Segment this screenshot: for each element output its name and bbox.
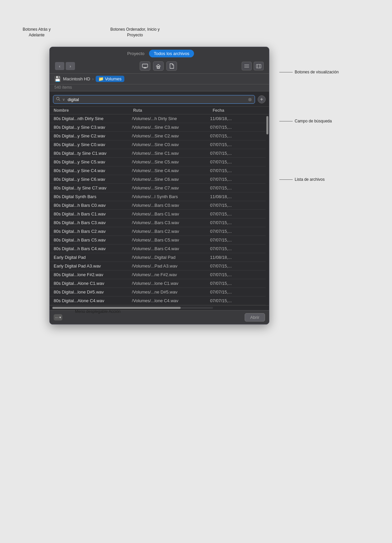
table-row[interactable]: 80s Digital...Alone C4.wav /Volumes/...l… bbox=[50, 297, 266, 305]
list-view-icon bbox=[244, 64, 249, 68]
project-button[interactable] bbox=[166, 61, 177, 71]
file-name: 80s Digital...y Sine C2.wav bbox=[54, 133, 132, 138]
action-menu-button[interactable]: ··· ▾ bbox=[54, 314, 62, 321]
table-row[interactable]: 80s Digital...h Bars C5.wav /Volumes/...… bbox=[50, 236, 266, 244]
file-date: 07/07/15,... bbox=[210, 125, 257, 130]
file-date: 07/07/15,... bbox=[210, 298, 257, 303]
file-path: /Volumes/...lone C4.wav bbox=[132, 298, 210, 303]
file-name: Early Digital Pad bbox=[54, 255, 132, 260]
breadcrumb: 💾 Macintosh HD › 📁 Volumes bbox=[50, 74, 269, 84]
search-clear-button[interactable]: ⊗ bbox=[248, 97, 252, 102]
scrollbar-thumb[interactable] bbox=[266, 116, 268, 134]
header-path: Ruta bbox=[133, 108, 212, 113]
location-buttons bbox=[140, 61, 177, 71]
file-path: /Volumes/...lone C1.wav bbox=[132, 281, 210, 286]
breadcrumb-folder[interactable]: 📁 Volumes bbox=[96, 76, 124, 82]
file-name: 80s Digital...y Sine C4.wav bbox=[54, 168, 132, 173]
back-button[interactable]: ‹ bbox=[55, 62, 64, 70]
horizontal-scrollbar-thumb[interactable] bbox=[52, 307, 181, 309]
svg-rect-3 bbox=[157, 66, 160, 68]
table-row[interactable]: 80s Digital...ty Sine C1.wav /Volumes/..… bbox=[50, 149, 266, 158]
table-row[interactable]: 80s Digital...nth Dirty Sine /Volumes/..… bbox=[50, 114, 266, 123]
tab-all-files[interactable]: Todos los archivos bbox=[149, 50, 194, 57]
file-date: 11/08/18,... bbox=[210, 194, 257, 199]
scrollbar-track[interactable] bbox=[266, 114, 269, 305]
table-row[interactable]: 80s Digital...ty Sine C7.wav /Volumes/..… bbox=[50, 184, 266, 192]
file-name: 80s Digital...h Bars C5.wav bbox=[54, 237, 132, 242]
search-area: ∨ ⊗ + bbox=[50, 92, 269, 107]
file-path: /Volumes/...Bars C0.wav bbox=[132, 203, 210, 208]
annotation-computer-home-project: Botones Ordenador, Inicio y Proyecto bbox=[108, 27, 162, 38]
table-row[interactable]: Early Digital Pad /Volumes/...Digital Pa… bbox=[50, 253, 266, 262]
search-add-button[interactable]: + bbox=[258, 95, 266, 103]
main-window: Proyecto Todos los archivos ‹ › bbox=[49, 47, 269, 325]
file-list: 80s Digital...nth Dirty Sine /Volumes/..… bbox=[50, 114, 266, 305]
file-name: 80s Digital...h Bars C4.wav bbox=[54, 246, 132, 251]
file-name: 80s Digital...lone D#5.wav bbox=[54, 290, 132, 295]
svg-rect-0 bbox=[142, 64, 148, 67]
table-row[interactable]: 80s Digital...lone D#5.wav /Volumes/...n… bbox=[50, 288, 266, 297]
computer-icon bbox=[142, 64, 148, 69]
table-row[interactable]: 80s Digital...h Bars C2.wav /Volumes/...… bbox=[50, 227, 266, 236]
file-name: 80s Digital...h Bars C2.wav bbox=[54, 229, 132, 234]
table-row[interactable]: 80s Digital...h Bars C0.wav /Volumes/...… bbox=[50, 201, 266, 210]
file-date: 07/07/15,... bbox=[210, 220, 257, 225]
file-name: 80s Digital...y Sine C3.wav bbox=[54, 125, 132, 130]
file-path: /Volumes/...Bars C3.wav bbox=[132, 220, 210, 225]
file-date: 07/07/15,... bbox=[210, 177, 257, 182]
table-row[interactable]: 80s Digital...h Bars C3.wav /Volumes/...… bbox=[50, 218, 266, 227]
file-name: 80s Digital...h Bars C1.wav bbox=[54, 211, 132, 216]
file-name: 80s Digital...ty Sine C7.wav bbox=[54, 185, 132, 190]
column-view-icon bbox=[256, 64, 261, 68]
computer-button[interactable] bbox=[140, 61, 150, 71]
file-date: 07/07/15,... bbox=[210, 151, 257, 156]
file-date: 07/07/15,... bbox=[210, 272, 257, 277]
file-name: 80s Digital...lone F#2.wav bbox=[54, 272, 132, 277]
search-input[interactable] bbox=[68, 97, 246, 102]
tab-project[interactable]: Proyecto bbox=[125, 50, 147, 57]
table-row[interactable]: Early Digital Pad A3.wav /Volumes/...Pad… bbox=[50, 262, 266, 270]
view-buttons bbox=[242, 62, 264, 70]
home-button[interactable] bbox=[153, 61, 164, 71]
table-row[interactable]: 80s Digital...y Sine C4.wav /Volumes/...… bbox=[50, 166, 266, 175]
file-name: 80s Digital...Alone C1.wav bbox=[54, 281, 132, 286]
file-name: 80s Digital...y Sine C5.wav bbox=[54, 159, 132, 164]
table-row[interactable]: 80s Digital...y Sine C3.wav /Volumes/...… bbox=[50, 123, 266, 132]
horizontal-scrollbar-track bbox=[52, 307, 213, 309]
file-date: 07/07/15,... bbox=[210, 168, 257, 173]
open-button[interactable]: Abrir bbox=[245, 313, 265, 322]
nav-buttons: ‹ › bbox=[55, 62, 75, 70]
file-date: 07/07/15,... bbox=[210, 290, 257, 295]
file-date: 07/07/15,... bbox=[210, 229, 257, 234]
column-view-button[interactable] bbox=[254, 62, 264, 70]
file-path: /Volumes/...Sine C3.wav bbox=[132, 125, 210, 130]
list-view-button[interactable] bbox=[242, 62, 252, 70]
project-icon bbox=[169, 63, 174, 69]
table-row[interactable]: 80s Digital...y Sine C2.wav /Volumes/...… bbox=[50, 132, 266, 140]
table-row[interactable]: 80s Digital...y Sine C5.wav /Volumes/...… bbox=[50, 158, 266, 166]
file-date: 07/07/15,... bbox=[210, 281, 257, 286]
drive-icon: 💾 bbox=[54, 76, 61, 82]
annotation-view-buttons: Botones de visualización bbox=[279, 69, 339, 75]
drive-name[interactable]: Macintosh HD bbox=[63, 76, 90, 81]
table-row[interactable]: 80s Digital...y Sine C0.wav /Volumes/...… bbox=[50, 140, 266, 149]
file-path: /Volumes/...Sine C4.wav bbox=[132, 168, 210, 173]
file-date: 07/07/15,... bbox=[210, 237, 257, 242]
table-row[interactable]: 80s Digital...Alone C1.wav /Volumes/...l… bbox=[50, 279, 266, 288]
table-row[interactable]: 80s Digital...lone F#2.wav /Volumes/...n… bbox=[50, 270, 266, 279]
file-path: /Volumes/...Sine C7.wav bbox=[132, 185, 210, 190]
annotation-search-field: Campo de búsqueda bbox=[279, 118, 332, 124]
file-path: /Volumes/...Bars C2.wav bbox=[132, 229, 210, 234]
file-path: /Volumes/...Bars C1.wav bbox=[132, 211, 210, 216]
table-row[interactable]: 80s Digital Synth Bars /Volumes/...l Syn… bbox=[50, 192, 266, 201]
file-name: 80s Digital...ty Sine C1.wav bbox=[54, 151, 132, 156]
file-date: 07/07/15,... bbox=[210, 263, 257, 268]
toolbar: ‹ › bbox=[54, 59, 265, 73]
search-filter-arrow: ∨ bbox=[62, 97, 65, 102]
forward-button[interactable]: › bbox=[66, 62, 75, 70]
file-path: /Volumes/...h Dirty Sine bbox=[132, 116, 210, 121]
table-row[interactable]: 80s Digital...h Bars C1.wav /Volumes/...… bbox=[50, 210, 266, 218]
table-row[interactable]: 80s Digital...h Bars C4.wav /Volumes/...… bbox=[50, 244, 266, 253]
table-row[interactable]: 80s Digital...y Sine C6.wav /Volumes/...… bbox=[50, 175, 266, 184]
file-date: 07/07/15,... bbox=[210, 203, 257, 208]
